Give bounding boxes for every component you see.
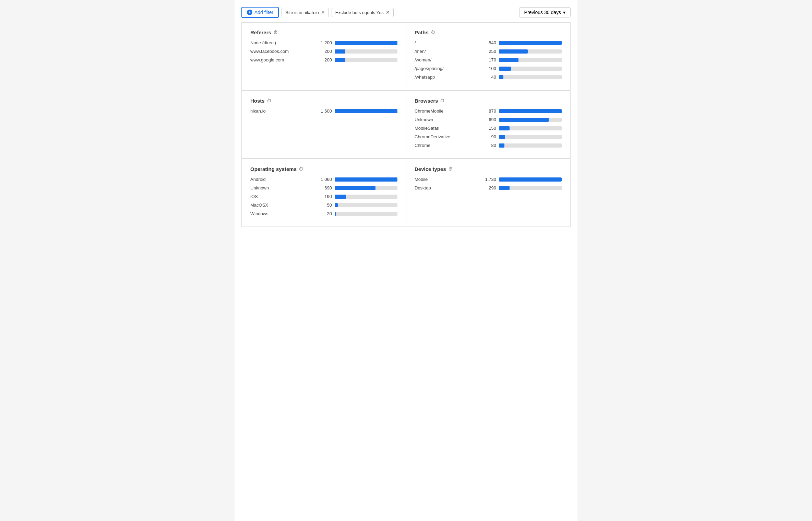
data-label: iOS [250, 194, 312, 199]
panel-title-device-types: Device types⏱ [415, 166, 562, 172]
panel-title-browsers: Browsers⏱ [415, 98, 562, 104]
data-value: 150 [479, 126, 496, 131]
data-value: 1,600 [315, 108, 332, 114]
bar-container [335, 41, 397, 45]
bar-container [499, 177, 562, 182]
data-row: /pages/pricing/ 100 [415, 66, 562, 71]
bar-container [335, 58, 397, 62]
data-value: 870 [479, 108, 496, 114]
bar-fill [335, 203, 338, 207]
data-value: 250 [479, 49, 496, 54]
remove-filter-icon[interactable]: ✕ [386, 10, 390, 15]
bar-container [335, 203, 397, 207]
data-row: MacOSX 50 [250, 202, 397, 208]
bar-container [335, 177, 397, 182]
remove-filter-icon[interactable]: ✕ [321, 10, 325, 15]
data-row: ChromeMobile 870 [415, 108, 562, 114]
data-value: 40 [479, 74, 496, 80]
bar-container [499, 109, 562, 113]
data-row: /men/ 250 [415, 49, 562, 54]
data-label: ChromeMobile [415, 108, 476, 114]
panels-grid: Referers⏱ None (direct) 1,200 www.facebo… [241, 22, 571, 227]
filter-tag-text: Exclude bots equals Yes [335, 10, 384, 15]
panel-title-text: Operating systems [250, 166, 297, 172]
data-row: Mobile 1,730 [415, 177, 562, 182]
bar-fill [335, 41, 397, 45]
bar-fill [335, 49, 345, 54]
data-value: 290 [479, 185, 496, 190]
date-range-button[interactable]: Previous 30 days ▾ [519, 7, 571, 18]
bar-container [499, 143, 562, 148]
data-value: 200 [315, 49, 332, 54]
data-label: None (direct) [250, 40, 312, 45]
panel-title-text: Browsers [415, 98, 438, 104]
panel-title-hosts: Hosts⏱ [250, 98, 397, 104]
data-label: /men/ [415, 49, 476, 54]
panel-title-text: Device types [415, 166, 446, 172]
data-row: Chrome 80 [415, 143, 562, 148]
data-label: /women/ [415, 57, 476, 62]
panel-browsers: Browsers⏱ ChromeMobile 870 Unknown 690 M… [406, 91, 570, 159]
data-row: Windows 20 [250, 211, 397, 216]
bar-container [499, 67, 562, 71]
bar-fill [499, 49, 528, 54]
bar-fill [335, 195, 346, 199]
bar-fill [499, 135, 505, 139]
bar-fill [499, 143, 504, 148]
data-row: /women/ 170 [415, 57, 562, 62]
bar-container [335, 212, 397, 216]
panel-device-types: Device types⏱ Mobile 1,730 Desktop 290 [406, 159, 570, 227]
data-label: Unknown [415, 117, 476, 122]
data-value: 690 [315, 185, 332, 190]
info-icon[interactable]: ⏱ [273, 30, 278, 35]
bar-fill [335, 212, 336, 216]
bar-container [499, 118, 562, 122]
bar-container [499, 49, 562, 54]
bar-container [335, 49, 397, 54]
panel-title-paths: Paths⏱ [415, 30, 562, 35]
data-label: / [415, 40, 476, 45]
data-row: None (direct) 1,200 [250, 40, 397, 45]
add-filter-button[interactable]: + Add filter [241, 7, 279, 18]
info-icon[interactable]: ⏱ [440, 98, 444, 103]
filter-tag-filter-bots: Exclude bots equals Yes✕ [332, 8, 394, 17]
bar-fill [499, 186, 510, 190]
panel-referers: Referers⏱ None (direct) 1,200 www.facebo… [242, 22, 406, 90]
info-icon[interactable]: ⏱ [431, 30, 435, 35]
data-value: 1,730 [479, 177, 496, 182]
bar-fill [499, 118, 549, 122]
data-row: /whatsapp 40 [415, 74, 562, 80]
data-row: www.facebook.com 200 [250, 49, 397, 54]
data-label: MacOSX [250, 202, 312, 208]
bar-fill [335, 109, 397, 113]
chevron-down-icon: ▾ [563, 10, 565, 15]
data-row: ChromeDerivative 90 [415, 134, 562, 139]
data-row: nikah.io 1,600 [250, 108, 397, 114]
data-row: iOS 190 [250, 194, 397, 199]
data-row: Desktop 290 [415, 185, 562, 190]
data-value: 690 [479, 117, 496, 122]
info-icon[interactable]: ⏱ [448, 166, 453, 172]
data-label: /pages/pricing/ [415, 66, 476, 71]
panel-operating-systems: Operating systems⏱ Android 1,060 Unknown… [242, 159, 406, 227]
add-filter-label: Add filter [254, 10, 273, 15]
data-value: 50 [315, 202, 332, 208]
bar-container [335, 186, 397, 190]
bar-fill [499, 126, 510, 130]
panel-title-referers: Referers⏱ [250, 30, 397, 35]
data-row: www.google.com 200 [250, 57, 397, 62]
bar-fill [499, 177, 562, 182]
data-label: Desktop [415, 185, 476, 190]
info-icon[interactable]: ⏱ [299, 166, 303, 172]
data-label: /whatsapp [415, 74, 476, 80]
data-row: / 540 [415, 40, 562, 45]
bar-container [499, 186, 562, 190]
panel-title-text: Paths [415, 30, 429, 35]
data-value: 100 [479, 66, 496, 71]
bar-fill [499, 58, 518, 62]
data-label: Mobile [415, 177, 476, 182]
filter-tag-filter-site: Site is in nikah.io✕ [282, 8, 329, 17]
info-icon[interactable]: ⏱ [267, 98, 271, 103]
data-value: 170 [479, 57, 496, 62]
data-value: 90 [479, 134, 496, 139]
